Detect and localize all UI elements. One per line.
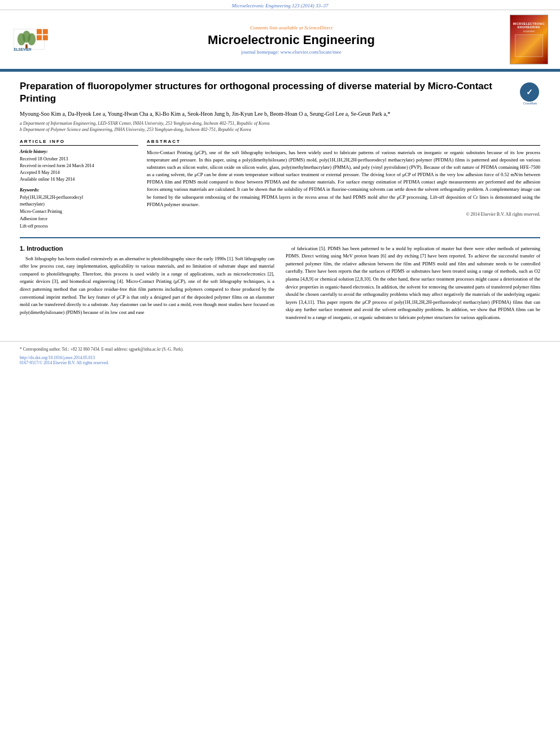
footer-links: http://dx.doi.org/10.1016/j.mee.2014.05.… (20, 355, 540, 365)
article-history-label: Article history: (20, 149, 138, 154)
article-info-header: ARTICLE INFO (20, 139, 138, 146)
journal-cover: MICROELECTRONIC ENGINEERING ELSEVIER (509, 15, 549, 64)
footer-section: * Corresponding author. Tel.: +82 32 860… (0, 341, 560, 369)
article-title-section: Preparation of fluoropolymer structures … (20, 80, 540, 105)
article-content: Preparation of fluoropolymer structures … (0, 72, 560, 333)
svg-rect-6 (43, 29, 48, 34)
svg-point-3 (28, 33, 36, 45)
svg-rect-5 (37, 29, 42, 34)
abstract-text: Micro-Contact Printing (μCP), one of the… (147, 149, 540, 208)
intro-heading: 1. Introduction (20, 245, 274, 252)
left-column: ARTICLE INFO Article history: Received 1… (20, 139, 138, 230)
affiliations: a Department of Information Engineering,… (20, 120, 540, 133)
page-wrapper: Microelectronic Engineering 123 (2014) 3… (0, 0, 560, 370)
cover-placeholder: MICROELECTRONIC ENGINEERING ELSEVIER (510, 15, 548, 64)
journal-title-center: Contents lists available at ScienceDirec… (73, 25, 509, 55)
svg-rect-7 (37, 35, 42, 40)
journal-homepage: journal homepage: www.elsevier.com/locat… (73, 49, 509, 55)
journal-name-top: Microelectronic Engineering 123 (2014) 3… (232, 3, 329, 8)
article-history-dates: Received 18 October 2013 Received in rev… (20, 156, 138, 183)
crossmark-badge: ✓ CrossMark (520, 82, 540, 103)
body-right: of fabrication [5]. PDMS has been patter… (286, 245, 540, 325)
header-section: ELSEVIER Contents lists available at Sci… (0, 10, 560, 70)
authors-line: Myoung-Soo Kim a, Da-Hyeok Lee a, Young-… (20, 110, 540, 118)
right-column: ABSTRACT Micro-Contact Printing (μCP), o… (147, 139, 540, 230)
sciencedirect-text: Contents lists available at ScienceDirec… (73, 25, 509, 30)
copyright-line: © 2014 Elsevier B.V. All rights reserved… (147, 212, 540, 217)
two-column-section: ARTICLE INFO Article history: Received 1… (20, 139, 540, 230)
body-left: 1. Introduction Soft lithography has bee… (20, 245, 274, 325)
elsevier-logo: ELSEVIER (11, 27, 62, 53)
journal-main-title: Microelectronic Engineering (73, 33, 509, 47)
keywords-label: Keywords: (20, 187, 138, 193)
abstract-header: ABSTRACT (147, 139, 540, 146)
keywords-list: Poly(1H,1H,2H,2H-perfluorodecyl methacry… (20, 194, 138, 230)
crossmark-icon: ✓ (520, 82, 539, 102)
svg-text:ELSEVIER: ELSEVIER (14, 47, 32, 51)
thick-divider (20, 237, 540, 238)
journal-top-bar: Microelectronic Engineering 123 (2014) 3… (0, 0, 560, 10)
body-two-col: 1. Introduction Soft lithography has bee… (20, 245, 540, 325)
svg-rect-8 (43, 35, 48, 40)
body-left-text: Soft lithography has been studied extens… (20, 255, 274, 317)
body-right-text: of fabrication [5]. PDMS has been patter… (286, 245, 540, 322)
article-title: Preparation of fluoropolymer structures … (20, 80, 514, 105)
footer-corresponding-author: * Corresponding author. Tel.: +82 32 860… (20, 346, 540, 352)
